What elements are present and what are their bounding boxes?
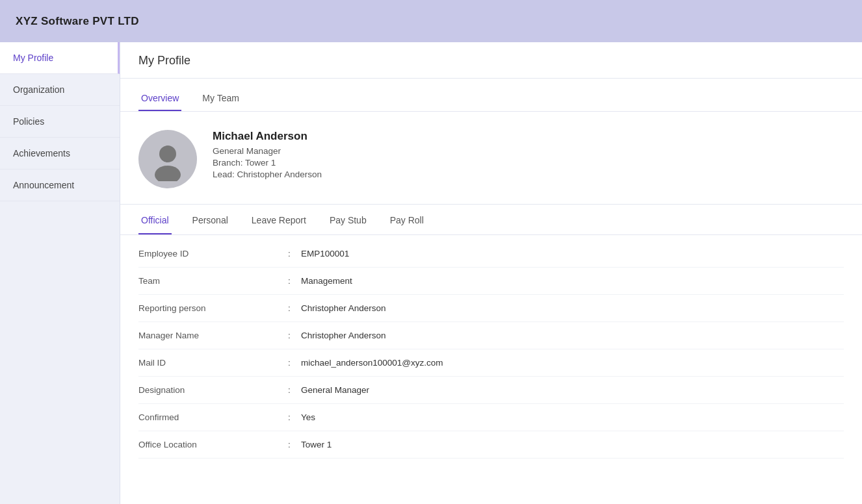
- sub-tab-pay-stub[interactable]: Pay Stub: [327, 207, 369, 234]
- field-value-0: EMP100001: [301, 249, 349, 258]
- field-value-7: Tower 1: [301, 440, 332, 449]
- field-colon-6: :: [288, 412, 301, 422]
- field-colon-0: :: [288, 249, 301, 258]
- sidebar-item-organization[interactable]: Organization: [0, 74, 120, 106]
- main-content: My Profile OverviewMy Team Michael Ander…: [120, 42, 862, 504]
- field-label-3: Manager Name: [138, 331, 288, 340]
- svg-point-0: [159, 145, 176, 162]
- app-header: XYZ Software PVT LTD: [0, 0, 862, 42]
- field-label-1: Team: [138, 276, 288, 286]
- field-colon-7: :: [288, 440, 301, 449]
- sub-tabs: OfficialPersonalLeave ReportPay StubPay …: [120, 207, 862, 235]
- field-value-2: Christopher Anderson: [301, 303, 386, 313]
- field-value-5: General Manager: [301, 385, 369, 395]
- sidebar-item-achievements[interactable]: Achievements: [0, 138, 120, 170]
- profile-section: Michael Anderson General Manager Branch:…: [120, 112, 862, 205]
- field-value-4: michael_anderson100001@xyz.com: [301, 358, 443, 368]
- field-value-3: Christopher Anderson: [301, 331, 386, 340]
- profile-role: General Manager: [213, 146, 322, 156]
- field-row-4: Mail ID:michael_anderson100001@xyz.com: [138, 349, 844, 377]
- field-row-7: Office Location:Tower 1: [138, 431, 844, 459]
- field-value-6: Yes: [301, 412, 315, 422]
- app-title: XYZ Software PVT LTD: [16, 15, 139, 28]
- field-row-3: Manager Name:Christopher Anderson: [138, 322, 844, 349]
- avatar: [138, 130, 197, 188]
- sidebar: My ProfileOrganizationPoliciesAchievemen…: [0, 42, 120, 504]
- tab-my-team[interactable]: My Team: [200, 86, 242, 111]
- sub-tab-official[interactable]: Official: [138, 207, 172, 234]
- field-colon-5: :: [288, 385, 301, 395]
- fields-section: Employee ID:EMP100001Team:ManagementRepo…: [120, 235, 862, 472]
- profile-info: Michael Anderson General Manager Branch:…: [213, 130, 322, 181]
- field-value-1: Management: [301, 276, 352, 286]
- field-row-0: Employee ID:EMP100001: [138, 240, 844, 268]
- field-colon-1: :: [288, 276, 301, 286]
- field-row-6: Confirmed:Yes: [138, 404, 844, 431]
- sidebar-item-policies[interactable]: Policies: [0, 106, 120, 138]
- page-header: My Profile: [120, 42, 862, 79]
- profile-name: Michael Anderson: [213, 130, 322, 143]
- field-label-4: Mail ID: [138, 358, 288, 368]
- field-label-0: Employee ID: [138, 249, 288, 258]
- svg-point-1: [155, 166, 181, 181]
- avatar-icon: [146, 137, 190, 181]
- field-label-5: Designation: [138, 385, 288, 395]
- page-title: My Profile: [138, 54, 190, 67]
- overview-tabs: OverviewMy Team: [120, 86, 862, 112]
- sub-tab-personal[interactable]: Personal: [190, 207, 231, 234]
- field-label-6: Confirmed: [138, 412, 288, 422]
- field-row-5: Designation:General Manager: [138, 377, 844, 404]
- tab-overview[interactable]: Overview: [138, 86, 181, 111]
- sub-tab-pay-roll[interactable]: Pay Roll: [387, 207, 426, 234]
- field-colon-4: :: [288, 358, 301, 368]
- field-label-7: Office Location: [138, 440, 288, 449]
- app-body: My ProfileOrganizationPoliciesAchievemen…: [0, 42, 862, 504]
- profile-lead: Lead: Christopher Anderson: [213, 170, 322, 179]
- field-colon-3: :: [288, 331, 301, 340]
- profile-branch: Branch: Tower 1: [213, 158, 322, 168]
- sidebar-item-my-profile[interactable]: My Profile: [0, 42, 120, 74]
- field-row-1: Team:Management: [138, 268, 844, 295]
- sidebar-item-announcement[interactable]: Announcement: [0, 170, 120, 201]
- field-row-2: Reporting person:Christopher Anderson: [138, 295, 844, 322]
- field-label-2: Reporting person: [138, 303, 288, 313]
- sub-tab-leave-report[interactable]: Leave Report: [249, 207, 309, 234]
- field-colon-2: :: [288, 303, 301, 313]
